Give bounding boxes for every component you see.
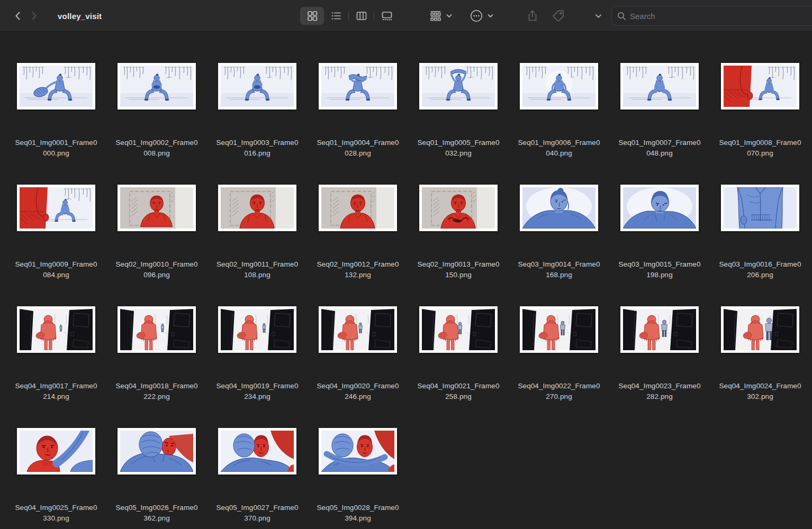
file-thumbnail[interactable] — [218, 428, 296, 475]
file-thumbnail[interactable] — [118, 306, 196, 353]
share-button[interactable] — [525, 7, 540, 25]
tag-button[interactable] — [551, 7, 566, 25]
file-item[interactable]: Seq05_Img0028_Frame0394.png — [308, 397, 408, 518]
file-thumbnail[interactable] — [419, 306, 498, 353]
forward-button[interactable] — [26, 7, 42, 25]
file-item[interactable]: Seq01_Img0004_Frame0028.png — [308, 32, 408, 153]
thumbnail-art — [724, 309, 797, 350]
file-item[interactable]: Seq03_Img0016_Frame0206.png — [710, 153, 810, 275]
file-thumbnail[interactable] — [218, 63, 296, 110]
file-item[interactable]: Seq02_Img0013_Frame0150.png — [408, 153, 509, 275]
file-thumbnail[interactable] — [520, 306, 598, 353]
thumbnail-art — [20, 309, 93, 350]
file-item[interactable]: Seq01_Img0009_Frame0084.png — [6, 153, 106, 275]
file-item[interactable]: Seq03_Img0015_Frame0198.png — [609, 153, 710, 275]
file-thumbnail[interactable] — [520, 185, 598, 231]
file-item[interactable]: Seq01_Img0007_Frame0048.png — [609, 32, 710, 153]
file-thumbnail[interactable] — [218, 185, 296, 231]
file-item[interactable]: Seq04_Img0024_Frame0302.png — [710, 275, 810, 397]
thumbnail-art — [321, 66, 394, 107]
file-thumbnail[interactable] — [319, 63, 397, 110]
file-thumbnail[interactable] — [17, 63, 95, 110]
file-name[interactable]: Seq05_Img0026_Frame0362.png — [115, 503, 197, 524]
file-thumbnail[interactable] — [17, 306, 95, 353]
file-thumbnail[interactable] — [118, 63, 196, 110]
file-item[interactable]: Seq04_Img0019_Frame0234.png — [207, 275, 308, 397]
folder-contents: Seq01_Img0001_Frame0000.png Seq01_Img000… — [0, 32, 812, 529]
file-item[interactable]: Seq04_Img0023_Frame0282.png — [609, 275, 710, 397]
thumbnail-art — [20, 431, 93, 472]
gallery-view-icon — [381, 10, 393, 22]
file-item[interactable]: Seq02_Img0011_Frame0108.png — [207, 153, 308, 275]
file-thumbnail[interactable] — [319, 428, 397, 475]
toolbar-overflow-button[interactable] — [592, 7, 604, 25]
more-actions-button[interactable] — [469, 8, 493, 23]
file-thumbnail[interactable] — [419, 185, 498, 231]
file-item[interactable]: Seq05_Img0027_Frame0370.png — [207, 397, 308, 518]
file-name[interactable]: Seq04_Img0024_Frame0302.png — [719, 381, 801, 402]
file-item[interactable]: Seq04_Img0021_Frame0258.png — [408, 275, 509, 397]
ellipsis-circle-icon — [469, 8, 484, 23]
file-thumbnail[interactable] — [721, 306, 799, 353]
group-by-icon — [429, 9, 443, 23]
file-name[interactable]: Seq04_Img0023_Frame0282.png — [618, 381, 700, 402]
file-item[interactable]: Seq04_Img0025_Frame0330.png — [6, 397, 106, 518]
file-item[interactable]: Seq01_Img0008_Frame0070.png — [710, 32, 810, 153]
file-item[interactable]: Seq01_Img0002_Frame0008.png — [106, 32, 207, 153]
file-name[interactable]: Seq04_Img0025_Frame0330.png — [15, 503, 97, 524]
segment-separator — [348, 12, 349, 20]
file-thumbnail[interactable] — [218, 306, 296, 353]
file-item[interactable]: Seq01_Img0005_Frame0032.png — [408, 32, 509, 153]
file-thumbnail[interactable] — [620, 306, 699, 353]
view-mode-columns-button[interactable] — [349, 7, 373, 25]
thumbnail-art — [321, 309, 394, 350]
file-thumbnail[interactable] — [17, 185, 95, 231]
search-field[interactable] — [611, 6, 812, 26]
file-item[interactable]: Seq01_Img0001_Frame0000.png — [6, 32, 106, 153]
thumbnail-art — [221, 66, 294, 107]
file-thumbnail[interactable] — [319, 306, 397, 353]
file-item[interactable]: Seq02_Img0010_Frame0096.png — [106, 153, 207, 275]
view-mode-list-button[interactable] — [324, 7, 348, 25]
search-icon — [617, 12, 626, 21]
file-name[interactable]: Seq05_Img0027_Frame0370.png — [216, 503, 298, 524]
file-item[interactable]: Seq02_Img0012_Frame0132.png — [308, 153, 408, 275]
file-item[interactable]: Seq01_Img0006_Frame0040.png — [509, 32, 609, 153]
file-thumbnail[interactable] — [319, 185, 397, 231]
segment-separator — [374, 12, 374, 20]
file-item[interactable]: Seq05_Img0026_Frame0362.png — [106, 397, 207, 518]
file-thumbnail[interactable] — [419, 63, 498, 110]
file-thumbnail[interactable] — [118, 428, 196, 475]
chevron-left-icon — [13, 11, 23, 21]
file-item[interactable]: Seq01_Img0003_Frame0016.png — [207, 32, 308, 153]
file-thumbnail[interactable] — [620, 185, 699, 231]
file-item[interactable]: Seq03_Img0014_Frame0168.png — [509, 153, 609, 275]
chevron-right-icon — [29, 11, 39, 21]
thumbnail-art — [120, 66, 193, 107]
file-item[interactable]: Seq04_Img0020_Frame0246.png — [308, 275, 408, 397]
column-view-icon — [356, 10, 367, 22]
back-button[interactable] — [10, 7, 26, 25]
file-item[interactable]: Seq04_Img0022_Frame0270.png — [509, 275, 609, 397]
view-mode-icons-button[interactable] — [300, 7, 324, 25]
file-thumbnail[interactable] — [17, 428, 95, 475]
file-item[interactable]: Seq04_Img0017_Frame0214.png — [6, 275, 106, 397]
search-input[interactable] — [630, 12, 812, 21]
file-name[interactable]: Seq05_Img0028_Frame0394.png — [317, 503, 399, 524]
view-mode-gallery-button[interactable] — [375, 7, 399, 25]
file-name[interactable]: Seq04_Img0021_Frame0258.png — [417, 381, 499, 402]
thumbnail-art — [623, 187, 696, 229]
file-thumbnail[interactable] — [721, 185, 799, 231]
group-by-button[interactable] — [429, 9, 452, 23]
file-name[interactable]: Seq04_Img0022_Frame0270.png — [518, 381, 600, 402]
file-item[interactable]: Seq04_Img0018_Frame0222.png — [106, 275, 207, 397]
grid-view-icon — [306, 10, 318, 22]
thumbnail-art — [321, 187, 394, 229]
file-thumbnail[interactable] — [118, 185, 196, 231]
file-thumbnail[interactable] — [520, 63, 598, 110]
thumbnail-art — [724, 66, 797, 107]
file-thumbnail[interactable] — [620, 63, 699, 110]
chevron-down-icon — [446, 14, 452, 18]
thumbnail-art — [522, 309, 596, 350]
file-thumbnail[interactable] — [721, 63, 799, 110]
